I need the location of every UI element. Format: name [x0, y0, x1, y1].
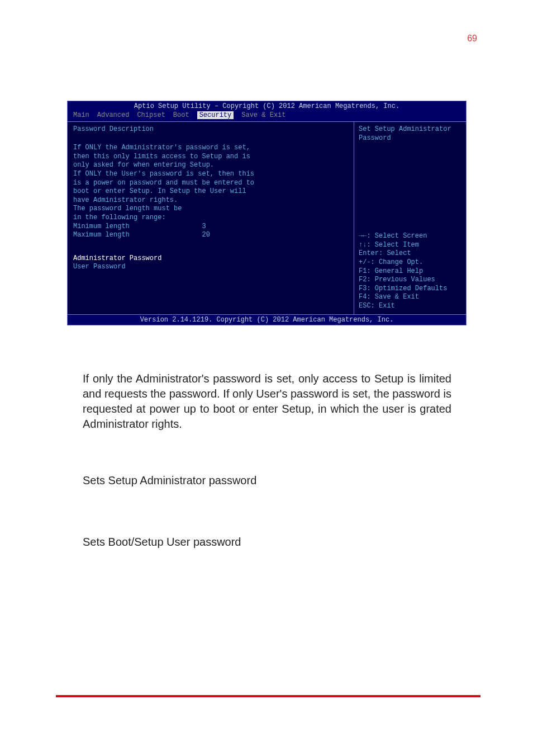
nav-help: →←: Select Screen↑↓: Select ItemEnter: S…: [359, 232, 461, 310]
administrator-password-body: Sets Setup Administrator password: [83, 473, 451, 488]
nav-help-line: F2: Previous Values: [359, 276, 461, 285]
nav-help-line: Enter: Select: [359, 249, 461, 258]
bios-tab-boot[interactable]: Boot: [173, 111, 189, 119]
context-help-text: Set Setup Administrator Password: [359, 125, 461, 143]
password-description-heading: Password Description: [73, 125, 348, 134]
user-password-body: Sets Boot/Setup User password: [83, 535, 451, 550]
bios-body: Password Description If ONLY the Adminis…: [68, 122, 466, 314]
administrator-password-item[interactable]: Administrator Password: [73, 254, 348, 263]
bios-tab-bar: Main Advanced Chipset Boot Security Save…: [68, 110, 466, 122]
user-password-item[interactable]: User Password: [73, 263, 348, 272]
nav-help-line: F4: Save & Exit: [359, 293, 461, 302]
nav-help-line: F1: General Help: [359, 267, 461, 276]
nav-help-line: ↑↓: Select Item: [359, 241, 461, 250]
page-number: 69: [467, 34, 477, 44]
nav-help-line: +/-: Change Opt.: [359, 258, 461, 267]
section-description: If only the Administrator's password is …: [83, 371, 451, 432]
bios-tab-chipset[interactable]: Chipset: [137, 111, 165, 119]
bios-footer: Version 2.14.1219. Copyright (C) 2012 Am…: [68, 314, 466, 325]
bios-tab-advanced[interactable]: Advanced: [97, 111, 130, 119]
password-description-body: If ONLY the Administrator's password is …: [73, 135, 348, 240]
bios-screenshot: Aptio Setup Utility – Copyright (C) 2012…: [67, 101, 467, 325]
nav-help-line: F3: Optimized Defaults: [359, 285, 461, 294]
bios-tab-security[interactable]: Security: [197, 111, 234, 119]
nav-help-line: →←: Select Screen: [359, 232, 461, 241]
nav-help-line: ESC: Exit: [359, 302, 461, 311]
bios-right-pane: Set Setup Administrator Password →←: Sel…: [354, 122, 466, 314]
footer-divider: [56, 695, 480, 697]
bios-tab-main[interactable]: Main: [73, 111, 89, 119]
bios-header-title: Aptio Setup Utility – Copyright (C) 2012…: [68, 101, 466, 110]
bios-left-pane: Password Description If ONLY the Adminis…: [68, 122, 354, 314]
bios-tab-save-exit[interactable]: Save & Exit: [241, 111, 285, 119]
